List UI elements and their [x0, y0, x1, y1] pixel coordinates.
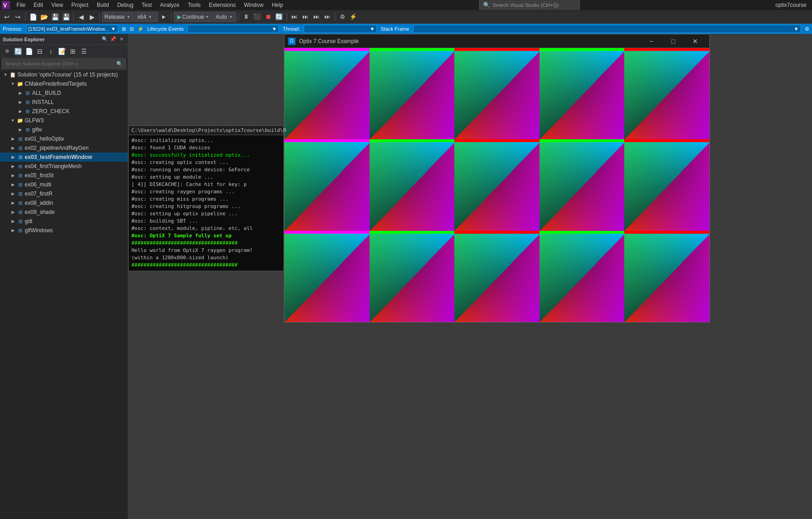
diag-button3[interactable]: ⏭: [311, 12, 322, 22]
grid-cell-1-0: [284, 139, 370, 230]
search-box[interactable]: 🔍 Search Visual Studio (Ctrl+Q): [479, 0, 580, 10]
tree-item-ex09[interactable]: ▶ ⊞ ex09_shade: [0, 208, 128, 217]
undo-button[interactable]: ↩: [2, 12, 12, 22]
collapse-btn[interactable]: ⊟: [35, 46, 45, 56]
close-panel-btn[interactable]: ✕: [118, 36, 125, 43]
menu-edit[interactable]: Edit: [30, 0, 47, 10]
tree-item-ex04[interactable]: ▶ ⊞ ex04_firstTriangleMesh: [0, 162, 128, 171]
install-arrow: ▶: [16, 98, 24, 106]
solution-props-btn[interactable]: ⚙: [2, 46, 12, 56]
user-account[interactable]: optix7course: [772, 2, 810, 8]
optix-maximize-btn[interactable]: □: [663, 34, 684, 48]
attach-arrow: ▼: [229, 15, 233, 19]
solution-arrow: ▼: [2, 71, 9, 78]
terminal-line-9: #osc: creating hitgroup programs ...: [131, 203, 281, 210]
tree-item-glfw[interactable]: ▶ ⊞ glfw: [0, 125, 128, 134]
pin-panel-btn[interactable]: 📌: [109, 36, 117, 43]
restart-button[interactable]: 🔄: [274, 12, 284, 22]
ex08-label: ex08_addin: [25, 200, 53, 206]
tree-item-all-build[interactable]: ▶ ⊞ ALL_BUILD: [0, 88, 128, 98]
open-button[interactable]: 📂: [39, 12, 49, 22]
arch-dropdown[interactable]: x64 ▼: [135, 12, 158, 22]
step-over-button[interactable]: ⏸: [241, 12, 251, 22]
tree-item-solution[interactable]: ▼ 📋 Solution 'optix7course' (15 of 15 pr…: [0, 70, 128, 79]
tree-item-ex01[interactable]: ▶ ⊞ ex01_helloOptix: [0, 134, 128, 143]
grid-cell-1-1: [370, 139, 455, 230]
step-into-button[interactable]: ⬛: [252, 12, 262, 22]
terminal-line-4: #osc: running on device device: GeForce: [131, 166, 281, 174]
build-btn[interactable]: ▶: [159, 12, 169, 22]
terminal-body: #osc: initializing optix... #osc: found …: [129, 135, 283, 271]
tree-item-cmake[interactable]: ▼ 📁 CMakePredefinedTargets: [0, 79, 128, 88]
stack-frame-dropdown[interactable]: ▼: [413, 25, 801, 33]
glfw-arrow: ▶: [16, 126, 24, 133]
menu-build[interactable]: Build: [93, 0, 113, 10]
menu-window[interactable]: Window: [240, 0, 267, 10]
sep7: [335, 13, 335, 21]
diag-button1[interactable]: ⏭: [289, 12, 300, 22]
pending-changes-btn[interactable]: ↕: [46, 46, 56, 56]
tree-item-ex02[interactable]: ▶ ⊞ ex02_pipelineAndRayGen: [0, 143, 128, 153]
filter-btn[interactable]: ⊞: [68, 46, 78, 56]
tree-item-gdt[interactable]: ▶ ⊞ gdt: [0, 217, 128, 226]
optix-minimize-btn[interactable]: −: [641, 34, 662, 48]
install-label: INSTALL: [32, 99, 54, 105]
refresh-btn[interactable]: 🔄: [13, 46, 23, 56]
stop-button[interactable]: ⏹: [263, 12, 273, 22]
tree-item-glf-windows[interactable]: ▶ ⊞ glfWindows: [0, 226, 128, 235]
solution-search-input[interactable]: [5, 61, 114, 66]
config-dropdown[interactable]: Release ▼: [102, 12, 134, 22]
search-panel-btn[interactable]: 🔍: [101, 36, 109, 43]
thread-dropdown[interactable]: ▼: [304, 25, 377, 33]
menu-tools[interactable]: Tools: [184, 0, 204, 10]
tree-item-zero-check[interactable]: ▶ ⊞ ZERO_CHECK: [0, 107, 128, 116]
terminal-popup[interactable]: C:\Users\wald\Desktop\Projects\optix7cou…: [128, 126, 284, 271]
back-button[interactable]: ◀: [76, 12, 86, 22]
attach-dropdown[interactable]: Auto ▼: [213, 12, 236, 22]
tree-item-glfw3[interactable]: ▼ 📁 GLFW3: [0, 116, 128, 125]
glfw3-arrow: ▼: [9, 117, 16, 124]
process-dropdown[interactable]: [19224] ex03_testFrameInWindow... ▼: [26, 25, 118, 33]
tree-item-ex07[interactable]: ▶ ⊞ ex07_firstR: [0, 189, 128, 198]
menu-extensions[interactable]: Extensions: [205, 0, 240, 10]
ex02-arrow: ▶: [9, 144, 16, 152]
optix-win-buttons: − □ ✕: [641, 34, 706, 48]
menu-test[interactable]: Test: [138, 0, 155, 10]
menu-view[interactable]: View: [48, 0, 67, 10]
settings-btn[interactable]: ☰: [79, 46, 89, 56]
diag-button5[interactable]: ⚡: [349, 12, 359, 22]
menu-project[interactable]: Project: [68, 0, 92, 10]
continue-dropdown[interactable]: ▶ Continue ▼: [174, 12, 213, 22]
menu-file[interactable]: File: [13, 0, 29, 10]
lifecycle-dropdown[interactable]: ▼: [187, 25, 279, 33]
optix-render-output: [284, 48, 709, 322]
menu-analyze[interactable]: Analyze: [156, 0, 183, 10]
open-editor-btn[interactable]: 📝: [57, 46, 67, 56]
glf-windows-arrow: ▶: [9, 227, 16, 234]
optix-window[interactable]: O Optix 7 Course Example − □ ✕: [284, 34, 710, 322]
diag-button4[interactable]: ⏭: [322, 12, 332, 22]
perf-button[interactable]: ⚙: [338, 12, 348, 22]
tree-item-ex08[interactable]: ▶ ⊞ ex08_addin: [0, 198, 128, 208]
tree-item-ex05[interactable]: ▶ ⊞ ex05_firstSt: [0, 171, 128, 180]
svg-text:V: V: [3, 2, 7, 9]
solution-tree: ▼ 📋 Solution 'optix7course' (15 of 15 pr…: [0, 70, 128, 519]
ex01-icon: ⊞: [16, 135, 24, 142]
thread-label: Thread:: [283, 26, 300, 32]
panel-toolbar: ⚙ 🔄 📄 ⊟ ↕ 📝 ⊞ ☰: [0, 45, 128, 58]
tree-item-ex03[interactable]: ▶ ⊞ ex03_testFrameInWindow: [0, 153, 128, 162]
tree-item-install[interactable]: ▶ ⊞ INSTALL: [0, 98, 128, 107]
redo-button[interactable]: ↪: [13, 12, 23, 22]
menu-help[interactable]: Help: [268, 0, 287, 10]
new-file-button[interactable]: 📄: [28, 12, 38, 22]
forward-button[interactable]: ▶: [87, 12, 97, 22]
search-wrapper[interactable]: 🔍: [2, 59, 126, 69]
diag-button2[interactable]: ⏭: [300, 12, 311, 22]
tree-item-ex06[interactable]: ▶ ⊞ ex06_multi: [0, 180, 128, 189]
optix-close-btn[interactable]: ✕: [685, 34, 706, 48]
save-button[interactable]: 💾: [50, 12, 60, 22]
grid-cell-0-4: [624, 48, 709, 139]
show-files-btn[interactable]: 📄: [24, 46, 34, 56]
menu-debug[interactable]: Debug: [114, 0, 137, 10]
save-all-button[interactable]: 💾: [61, 12, 71, 22]
